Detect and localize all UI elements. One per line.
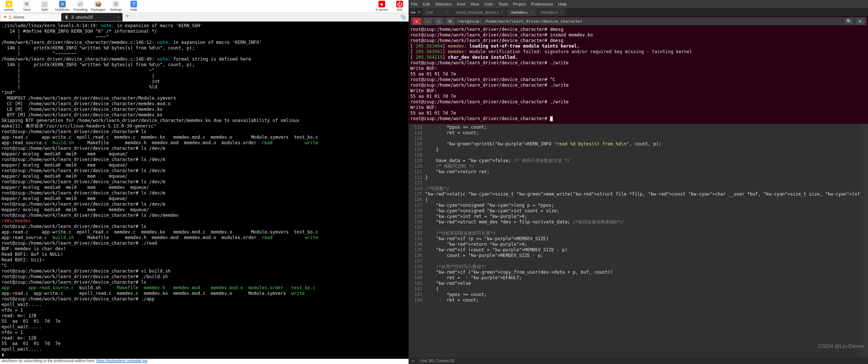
packages-button[interactable]: 📦Packages (91, 1, 105, 12)
sublime-editor[interactable]: 1131141151161171181191201211221231241251… (409, 124, 868, 357)
xserver-button-label: X server (376, 8, 388, 12)
exit-button-icon: ⏻ (396, 1, 403, 7)
footer-link[interactable]: https://mobaxterm.mobatek.net (96, 359, 147, 363)
mobaxterm-tab-bar: ★1. Home🐧3. ubuntu20×⊕📎 (0, 13, 409, 22)
mobaxterm-window: ★ssions👁View▯▯Split≡MultiExec⇄Tunneling📦… (0, 0, 409, 364)
terminal-menu-button[interactable]: ≡ (856, 18, 864, 25)
tunneling-button-label: Tunneling (73, 8, 87, 12)
mobaxterm-terminal[interactable]: ./include/linux/kern_levels.h:14:19: not… (0, 22, 409, 359)
menu-project[interactable]: Project (513, 2, 526, 6)
menu-goto[interactable]: Goto (484, 2, 493, 6)
xserver-button-icon: ● (378, 1, 385, 7)
help-button-icon: ? (130, 1, 137, 7)
status-position: Line 262, Column 52 (420, 359, 454, 363)
terminal-maximize-button[interactable]: ▢ (435, 18, 443, 25)
tab-memdev-h[interactable]: memdev.h× (537, 9, 567, 16)
terminal-title: root@zsup: /home/work/learn_driver/devic… (457, 19, 842, 24)
menu-help[interactable]: Help (558, 2, 567, 6)
editor-minimap[interactable] (861, 124, 868, 357)
menu-file[interactable]: File (411, 2, 418, 6)
tab-virtual-char[interactable]: virtual_character_device.c× (452, 9, 507, 16)
settings-button[interactable]: ⚙Settings (108, 1, 123, 12)
view-button[interactable]: 👁View (19, 1, 34, 12)
tab-memdev-h-close[interactable]: × (560, 10, 563, 15)
editor-code[interactable]: *ppos += count; ret = count; "kw-green">… (425, 124, 868, 357)
tab-memdev-c-close[interactable]: × (531, 10, 533, 15)
watermark-text: CSDN @Liu-Eleven (818, 344, 864, 349)
tab-1txt-close[interactable]: × (446, 10, 448, 15)
menu-selection[interactable]: Selection (435, 2, 452, 6)
help-button[interactable]: ?Help (126, 1, 141, 12)
tab-1txt-label: 1.txt (426, 10, 433, 15)
tunneling-button-icon: ⇄ (77, 1, 84, 7)
packages-button-icon: 📦 (95, 1, 101, 7)
editor-gutter: 1131141151161171181191201211221231241251… (409, 124, 425, 357)
ssions-button[interactable]: ★ssions (1, 1, 16, 12)
multiexec-button[interactable]: ≡MultiExec (55, 1, 70, 12)
status-hamburger-icon[interactable]: ≡ (412, 359, 414, 363)
packages-button-label: Packages (91, 8, 105, 12)
settings-button-icon: ⚙ (113, 1, 119, 7)
menu-tools[interactable]: Tools (498, 2, 508, 6)
ssions-button-icon: ★ (6, 1, 12, 7)
mobaxterm-footer: obaXterm by subscribing to the professio… (0, 359, 409, 364)
tab-home-icon: ★ (3, 15, 7, 19)
footer-text: obaXterm by subscribing to the professio… (1, 359, 96, 363)
exit-button-label: Exit (397, 8, 402, 12)
menu-preferences[interactable]: Preferences (531, 2, 553, 6)
tunneling-button[interactable]: ⇄Tunneling (73, 1, 88, 12)
terminal-titlebar: ✕ — ▢ ⧉ root@zsup: /home/work/learn_driv… (410, 17, 867, 25)
split-button[interactable]: ▯▯Split (37, 1, 52, 12)
tab-home[interactable]: ★1. Home (0, 13, 61, 21)
help-button-label: Help (130, 8, 137, 12)
tab-home-label: 1. Home (9, 15, 25, 19)
mobaxterm-toolbar: ★ssions👁View▯▯Split≡MultiExec⇄Tunneling📦… (0, 0, 409, 13)
xserver-button[interactable]: ●X server (374, 1, 389, 12)
split-button-label: Split (41, 8, 48, 12)
tab-ubuntu-icon: 🐧 (64, 15, 69, 19)
sublime-menu-bar: FileEditSelectionFindViewGotoToolsProjec… (409, 0, 868, 8)
tab-virtual-char-label: virtual_character_device.c (456, 10, 499, 15)
multiexec-button-icon: ≡ (59, 1, 66, 7)
terminal-newtab-button[interactable]: ⧉ (446, 18, 454, 25)
sublime-window: FileEditSelectionFindViewGotoToolsProjec… (409, 0, 868, 364)
terminal-minimize-button[interactable]: — (424, 18, 432, 25)
tab-ubuntu-label: 3. ubuntu20 (71, 15, 93, 19)
attachment-icon[interactable]: 📎 (400, 14, 409, 20)
exit-button[interactable]: ⏻Exit (392, 1, 407, 12)
tab-close-button[interactable]: × (117, 15, 120, 19)
split-button-icon: ▯▯ (41, 1, 48, 7)
terminal-search-button[interactable]: 🔍 (845, 18, 853, 25)
sublime-terminal-panel[interactable]: ✕ — ▢ ⧉ root@zsup: /home/work/learn_driv… (409, 16, 868, 124)
tab-ubuntu[interactable]: 🐧3. ubuntu20× (61, 13, 123, 21)
tab-memdev-c[interactable]: memdev.c× (507, 9, 537, 16)
multiexec-button-label: MultiExec (55, 8, 69, 12)
sublime-tab-bar: ◀ ▶ ▼ 1.txt×virtual_character_device.c×m… (409, 8, 868, 16)
menu-find[interactable]: Find (457, 2, 465, 6)
tab-new-button[interactable]: ⊕ (123, 13, 131, 21)
menu-edit[interactable]: Edit (423, 2, 430, 6)
tab-memdev-h-label: memdev.h (541, 10, 558, 15)
view-button-label: View (23, 8, 30, 12)
sublime-status-bar: ≡ Line 262, Column 52 (409, 357, 868, 364)
tab-nav-arrows[interactable]: ◀ ▶ ▼ (409, 10, 422, 14)
view-button-icon: 👁 (23, 1, 30, 7)
tab-memdev-c-label: memdev.c (511, 10, 528, 15)
tab-1txt[interactable]: 1.txt× (422, 9, 452, 16)
ssions-button-label: ssions (4, 8, 14, 12)
terminal-close-button[interactable]: ✕ (413, 18, 421, 25)
settings-button-label: Settings (110, 8, 122, 12)
menu-view[interactable]: View (470, 2, 479, 6)
tab-virtual-char-close[interactable]: × (501, 10, 503, 15)
